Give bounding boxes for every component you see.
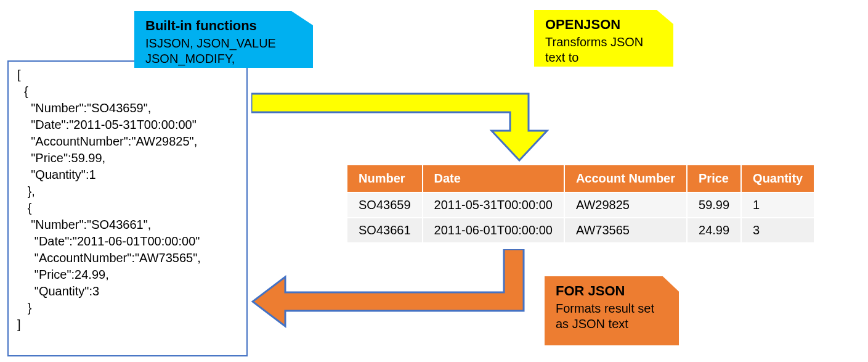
json-source-box: [ { "Number":"SO43659", "Date":"2011-05-… xyxy=(7,60,248,356)
table-row: SO43661 2011-06-01T00:00:00 AW73565 24.9… xyxy=(347,218,814,243)
cell: 24.99 xyxy=(687,218,741,243)
callout-openjson: OPENJSON Transforms JSON text to table xyxy=(534,10,673,67)
cell: SO43661 xyxy=(347,218,423,243)
col-price: Price xyxy=(687,165,741,192)
arrow-forjson-icon xyxy=(251,249,541,329)
col-number: Number xyxy=(347,165,423,192)
callout-builtin-functions: Built-in functions ISJSON, JSON_VALUE JS… xyxy=(134,11,313,68)
callout-line: ISJSON, JSON_VALUE xyxy=(145,36,302,51)
col-date: Date xyxy=(423,165,564,192)
callout-title: OPENJSON xyxy=(545,16,662,33)
callout-line: Transforms JSON text to xyxy=(545,35,662,65)
callout-title: Built-in functions xyxy=(145,17,302,35)
callout-line: table xyxy=(545,65,662,81)
table-header-row: Number Date Account Number Price Quantit… xyxy=(347,165,814,192)
result-table: Number Date Account Number Price Quantit… xyxy=(346,164,815,244)
table-row: SO43659 2011-05-31T00:00:00 AW29825 59.9… xyxy=(347,192,814,218)
callout-line: Formats result set xyxy=(556,301,668,316)
cell: 1 xyxy=(741,192,814,218)
cell: 2011-05-31T00:00:00 xyxy=(423,192,564,218)
callout-title: FOR JSON xyxy=(556,282,668,300)
arrow-openjson-icon xyxy=(251,88,590,162)
callout-line: as JSON text xyxy=(556,316,668,332)
cell: 59.99 xyxy=(687,192,741,218)
callout-forjson: FOR JSON Formats result set as JSON text xyxy=(545,276,679,345)
cell: AW73565 xyxy=(564,218,687,243)
col-account: Account Number xyxy=(564,165,687,192)
cell: 3 xyxy=(741,218,814,243)
cell: SO43659 xyxy=(347,192,423,218)
cell: AW29825 xyxy=(564,192,687,218)
col-quantity: Quantity xyxy=(741,165,814,192)
cell: 2011-06-01T00:00:00 xyxy=(423,218,564,243)
